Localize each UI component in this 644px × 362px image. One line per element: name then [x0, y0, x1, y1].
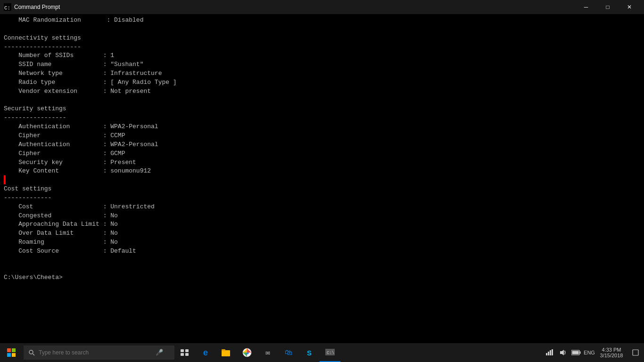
taskbar-store[interactable]: 🛍 [278, 343, 299, 362]
terminal-line: Cipher : GCMP [4, 150, 125, 157]
taskbar-chrome[interactable] [237, 343, 257, 362]
cmd-icon: C: [4, 3, 11, 11]
taskbar-terminal[interactable]: C:\ [320, 343, 340, 362]
terminal-line: Congested : No [4, 212, 118, 219]
svg-rect-19 [548, 352, 549, 355]
close-button[interactable]: ✕ [619, 0, 640, 14]
terminal-line: Authentication : WPA2-Personal [4, 123, 158, 130]
task-view-icon [181, 349, 189, 356]
taskbar-skype[interactable]: S [299, 343, 320, 362]
task-view-button[interactable] [174, 343, 195, 362]
terminal-line: Number of SSIDs : 1 [4, 52, 114, 59]
speaker-icon [559, 349, 567, 356]
language-icon[interactable]: ENG [583, 343, 596, 362]
terminal-line: Connectivity settings [4, 34, 81, 41]
svg-rect-21 [552, 349, 553, 355]
terminal-line: --------------------- [4, 43, 81, 50]
battery-indicator-icon [571, 350, 581, 355]
terminal-line [4, 175, 6, 184]
terminal-line: SSID name : "Sushant" [4, 61, 143, 68]
terminal-line: Security key : Present [4, 159, 136, 166]
title-bar-left: C: Command Prompt [4, 3, 60, 11]
clock-time: 4:33 PM [602, 347, 621, 353]
svg-rect-2 [7, 348, 11, 352]
svg-rect-11 [185, 353, 189, 356]
svg-rect-8 [181, 349, 184, 352]
terminal-line: Cipher : CCMP [4, 132, 125, 139]
terminal-line: Vendor extension : Not present [4, 88, 151, 95]
microphone-icon: 🎤 [156, 349, 163, 356]
search-bar[interactable]: 🎤 [24, 346, 174, 360]
terminal-line: MAC Randomization : Disabled [4, 16, 143, 24]
svg-rect-18 [546, 353, 547, 355]
maximize-button[interactable]: □ [597, 0, 619, 14]
svg-rect-25 [572, 351, 579, 354]
svg-rect-13 [222, 349, 225, 351]
minimize-button[interactable]: ─ [575, 0, 597, 14]
svg-rect-4 [7, 353, 11, 357]
terminal-line: Network type : Infrastructure [4, 70, 162, 77]
svg-rect-5 [12, 353, 16, 357]
search-input[interactable] [39, 349, 152, 356]
terminal-line: C:\Users\Cheeta> [4, 274, 63, 281]
svg-rect-9 [185, 349, 189, 352]
volume-icon[interactable] [556, 343, 570, 362]
terminal-output: MAC Randomization : Disabled Connectivit… [0, 14, 644, 343]
clock-area[interactable]: 4:33 PM 3/15/2018 [596, 343, 629, 362]
svg-rect-26 [633, 350, 638, 355]
highlight-row [4, 175, 6, 184]
terminal-line: Approaching Data Limit : No [4, 221, 118, 228]
title-bar-title: Command Prompt [14, 4, 60, 10]
svg-rect-24 [580, 352, 581, 354]
taskbar: 🎤 e [0, 343, 644, 362]
svg-rect-20 [550, 350, 551, 355]
svg-marker-22 [560, 350, 564, 355]
start-button[interactable] [0, 343, 23, 362]
chrome-icon [242, 348, 252, 357]
svg-text:C:: C: [4, 5, 10, 11]
svg-line-7 [33, 354, 35, 356]
clock-date: 3/15/2018 [600, 353, 623, 358]
terminal-line: Authentication : WPA2-Personal [4, 141, 158, 148]
terminal-line: ----------------- [4, 114, 66, 121]
svg-rect-3 [12, 348, 16, 352]
network-icon[interactable] [543, 343, 556, 362]
terminal-line: Over Data Limit : No [4, 230, 118, 237]
terminal-line: Security settings [4, 105, 66, 112]
terminal-line: Cost : Unrestricted [4, 203, 155, 210]
terminal-line: ------------- [4, 194, 51, 201]
file-explorer-icon [222, 348, 231, 357]
svg-rect-10 [181, 353, 184, 356]
terminal-line: Radio type : [ Any Radio Type ] [4, 79, 177, 86]
taskbar-mail[interactable]: ✉ [257, 343, 278, 362]
svg-text:C:\: C:\ [327, 351, 334, 355]
battery-icon[interactable] [570, 343, 583, 362]
notification-icon [632, 349, 639, 356]
windows-icon [7, 348, 16, 357]
taskbar-right: ENG 4:33 PM 3/15/2018 [543, 343, 644, 362]
terminal-line: Cost Source : Default [4, 247, 136, 255]
title-bar: C: Command Prompt ─ □ ✕ [0, 0, 644, 14]
search-icon [28, 349, 35, 356]
terminal-line: Roaming : No [4, 239, 118, 246]
title-bar-controls: ─ □ ✕ [575, 0, 640, 14]
terminal-line: Key Content : sonumonu912 [4, 167, 151, 174]
svg-point-6 [29, 350, 33, 354]
terminal-line: Cost settings [4, 185, 51, 192]
taskbar-edge[interactable]: e [195, 343, 216, 362]
taskbar-apps: e ✉ 🛍 S C:\ [195, 343, 340, 362]
notification-button[interactable] [629, 343, 642, 362]
network-signal-icon [546, 349, 553, 356]
terminal-icon: C:\ [325, 349, 335, 355]
taskbar-file-explorer[interactable] [216, 343, 237, 362]
